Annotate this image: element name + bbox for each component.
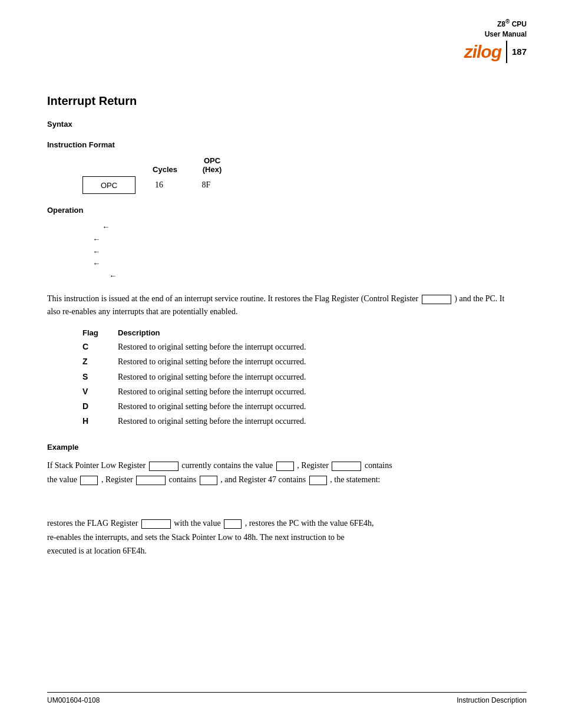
- op-line-4: ←: [82, 258, 515, 271]
- operation-area: ← ← ← ← ←: [82, 222, 515, 283]
- op-line-5: ←: [82, 271, 515, 283]
- header-area: Z8® CPU User Manual zilog 187: [464, 18, 527, 63]
- flag-h-desc: Restored to original setting before the …: [118, 414, 515, 429]
- cycles-col-header: Cycles: [141, 165, 189, 174]
- ex-text-11: with the value: [174, 519, 220, 528]
- ex-text-1: If Stack Pointer Low Register: [47, 461, 146, 470]
- ex-text-3: , Register: [297, 461, 329, 470]
- flag-c-desc: Restored to original setting before the …: [118, 340, 515, 354]
- footer-left: UM001604-0108: [47, 696, 100, 704]
- flag-v-desc: Restored to original setting before the …: [118, 384, 515, 399]
- op-line-2: ←: [82, 234, 515, 246]
- ex-text-12: , restores the PC with the value 6FE4h,: [245, 519, 374, 528]
- ex-text-13: re-enables the interrupts, and sets the …: [47, 533, 345, 542]
- logo-page-area: zilog 187: [464, 41, 527, 63]
- opc-box: OPC: [82, 176, 135, 194]
- ex-text-4: contains: [365, 461, 392, 470]
- inline-box-val3: [200, 476, 217, 485]
- inline-box-val2: [80, 476, 98, 485]
- syntax-label: Syntax: [47, 120, 515, 129]
- inline-box-reg1: [332, 462, 361, 471]
- inline-box-val4: [309, 476, 327, 485]
- flag-row-h: H Restored to original setting before th…: [82, 414, 515, 429]
- instruction-format-table: Cycles OPC (Hex) OPC 16 8F: [82, 156, 515, 194]
- ex-text-2: currently contains the value: [181, 461, 273, 470]
- flag-row-d: D Restored to original setting before th…: [82, 399, 515, 414]
- ex-text-9: , the statement:: [330, 475, 380, 484]
- code-placeholder: [47, 493, 515, 516]
- cycles-value: 16: [135, 180, 183, 190]
- header-title: Z8® CPU User Manual: [464, 18, 527, 39]
- flag-row-s: S Restored to original setting before th…: [82, 370, 515, 384]
- zilog-logo: zilog: [464, 42, 501, 62]
- desc-col-header: Description: [118, 326, 515, 340]
- op-line-3: ←: [82, 246, 515, 259]
- flag-row-z: Z Restored to original setting before th…: [82, 354, 515, 369]
- operation-label: Operation: [47, 206, 515, 215]
- instruction-format-label: Instruction Format: [47, 140, 515, 149]
- inline-box-flag: [141, 519, 171, 529]
- inline-box-val1: [276, 462, 294, 471]
- example-paragraph-2: restores the FLAG Register with the valu…: [47, 516, 515, 558]
- manual-title: User Manual: [485, 30, 527, 38]
- flag-v: V: [82, 384, 106, 399]
- page: Z8® CPU User Manual zilog 187 Interrupt …: [0, 0, 562, 728]
- cpu-title: Z8® CPU: [497, 20, 527, 28]
- flag-row-v: V Restored to original setting before th…: [82, 384, 515, 399]
- ex-text-14: executed is at location 6FE4h.: [47, 546, 147, 555]
- flag-col-header: Flag: [82, 326, 106, 340]
- flag-z-desc: Restored to original setting before the …: [118, 354, 515, 369]
- opc-hex-value: 8F: [183, 180, 230, 190]
- flag-c: C: [82, 340, 106, 354]
- ex-text-7: contains: [169, 475, 197, 484]
- flag-d: D: [82, 399, 106, 414]
- inline-box-reg2: [136, 476, 166, 485]
- footer: UM001604-0108 Instruction Description: [47, 692, 527, 704]
- if-header-row: Cycles OPC (Hex): [82, 156, 515, 174]
- ex-text-10: restores the FLAG Register: [47, 519, 138, 528]
- inline-box-spl: [149, 462, 178, 471]
- footer-right: Instruction Description: [457, 696, 527, 704]
- operation-paragraph: This instruction is issued at the end of…: [47, 292, 515, 319]
- section-title: Interrupt Return: [47, 94, 515, 108]
- flag-s-desc: Restored to original setting before the …: [118, 370, 515, 384]
- ex-text-8: , and Register 47 contains: [220, 475, 306, 484]
- ex-text-5: the value: [47, 475, 77, 484]
- flag-z: Z: [82, 354, 106, 369]
- flag-table: Flag Description C Restored to original …: [82, 326, 515, 429]
- flag-h: H: [82, 414, 106, 429]
- flag-header-row: Flag Description: [82, 326, 515, 340]
- flag-d-desc: Restored to original setting before the …: [118, 399, 515, 414]
- page-number: 187: [512, 47, 527, 57]
- if-data-row: OPC 16 8F: [82, 176, 515, 194]
- ex-text-6: , Register: [101, 475, 133, 484]
- op-line-1: ←: [82, 222, 515, 234]
- opc-col-header: OPC (Hex): [189, 156, 236, 174]
- main-content: Interrupt Return Syntax Instruction Form…: [47, 94, 515, 558]
- inline-box-flagval: [224, 519, 242, 529]
- example-paragraph-1: If Stack Pointer Low Register currently …: [47, 459, 515, 487]
- inline-box-1: [422, 295, 451, 304]
- logo-divider: [506, 41, 507, 63]
- flag-s: S: [82, 370, 106, 384]
- flag-row-c: C Restored to original setting before th…: [82, 340, 515, 354]
- example-label: Example: [47, 443, 515, 452]
